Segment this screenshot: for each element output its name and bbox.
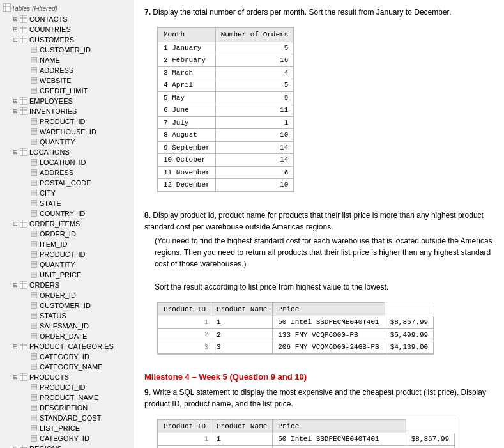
sidebar-col-standard-cost[interactable]: STANDARD_COST <box>0 413 134 423</box>
sidebar-item-countries[interactable]: ⊞ COUNTRIES <box>0 24 134 35</box>
svg-rect-52 <box>31 231 37 237</box>
table-row: 1 January5 <box>158 42 294 54</box>
sidebar-col-item-id[interactable]: ITEM_ID <box>0 239 134 249</box>
svg-rect-41 <box>31 180 37 186</box>
q8-th-prod-name: Product Name <box>211 302 273 316</box>
sidebar-col-loc-address[interactable]: ADDRESS <box>0 167 134 178</box>
regions-label: REGIONS <box>29 445 62 448</box>
svg-rect-16 <box>31 67 37 73</box>
svg-rect-91 <box>31 415 37 421</box>
svg-rect-34 <box>20 148 27 156</box>
sidebar-col-order-date[interactable]: ORDER_DATE <box>0 331 134 341</box>
sidebar-col-inv-product-id[interactable]: PRODUCT_ID <box>0 116 134 127</box>
sidebar-col-prod-product-id[interactable]: PRODUCT_ID <box>0 382 134 392</box>
sidebar-item-contacts[interactable]: ⊞ CONTACTS <box>0 14 134 24</box>
svg-rect-65 <box>31 292 37 298</box>
sidebar-item-products[interactable]: ⊟ PRODUCTS <box>0 372 134 382</box>
sidebar-col-salesman-id[interactable]: SALESMAN_ID <box>0 321 134 331</box>
sidebar-col-unit-price[interactable]: UNIT_PRICE <box>0 270 134 280</box>
q8-number: 8. <box>144 211 151 220</box>
q9-th-prod-name: Product Name <box>211 419 273 433</box>
svg-rect-0 <box>3 4 11 12</box>
sidebar-col-prod-category-id[interactable]: CATEGORY_ID <box>0 433 134 444</box>
q7-th-orders: Number of Orders <box>215 28 294 42</box>
sidebar-col-location-id[interactable]: LOCATION_ID <box>0 157 134 167</box>
sidebar-col-inv-quantity[interactable]: QUANTITY <box>0 137 134 147</box>
q9-th-prod-id: Product ID <box>158 419 211 433</box>
table-icon-order-items <box>19 219 28 228</box>
sidebar-col-category-id[interactable]: CATEGORY_ID <box>0 351 134 362</box>
svg-rect-95 <box>31 435 37 442</box>
sidebar-item-order-items[interactable]: ⊟ ORDER_ITEMS <box>0 219 134 229</box>
sidebar-item-product-categories[interactable]: ⊟ PRODUCT_CATEGORIES <box>0 341 134 351</box>
sidebar-col-inv-warehouse-id[interactable]: WAREHOUSE_ID <box>0 127 134 137</box>
col-inv-product-id-label: PRODUCT_ID <box>40 118 86 125</box>
table-icon-product-categories <box>19 342 28 351</box>
expand-icon-product-categories: ⊟ <box>11 343 19 350</box>
order-items-label: ORDER_ITEMS <box>29 220 80 228</box>
table-icon-employees <box>19 97 28 105</box>
sidebar-item-inventories[interactable]: ⊟ INVENTORIES <box>0 106 134 116</box>
sidebar-col-category-name[interactable]: CATEGORY_NAME <box>0 362 134 372</box>
employees-label: EMPLOYEES <box>29 97 73 105</box>
orders-label: ORDERS <box>29 281 59 289</box>
svg-rect-28 <box>31 118 37 125</box>
sidebar: Tables (Filtered) ⊞ CONTACTS ⊞ COUNTRIES… <box>0 0 134 448</box>
table-row: 2294 Western Digital WD2500AVVS$15.55 <box>158 445 455 448</box>
svg-rect-43 <box>31 190 37 196</box>
col-address-cust-label: ADDRESS <box>40 66 73 74</box>
content-area: 7. Display the total number of orders pe… <box>134 0 504 448</box>
sidebar-item-locations[interactable]: ⊟ LOCATIONS <box>0 147 134 157</box>
sidebar-col-description[interactable]: DESCRIPTION <box>0 403 134 413</box>
table-icon-orders <box>19 281 28 290</box>
table-icon-inventories <box>19 107 28 116</box>
sidebar-col-ord-customer-id[interactable]: CUSTOMER_ID <box>0 300 134 311</box>
sidebar-col-credit-limit[interactable]: CREDIT_LIMIT <box>0 86 134 96</box>
q9-text: Write a SQL statement to display the mos… <box>144 388 486 408</box>
expand-icon-countries: ⊞ <box>11 26 19 33</box>
col-icon-address-cust <box>29 66 38 75</box>
col-icon-inv-warehouse-id <box>29 127 38 136</box>
expand-icon-products: ⊟ <box>11 373 19 381</box>
expand-icon-customers: ⊟ <box>11 36 19 43</box>
col-icon-inv-product-id <box>29 117 38 126</box>
sidebar-col-oi-quantity[interactable]: QUANTITY <box>0 259 134 270</box>
svg-rect-32 <box>31 139 37 145</box>
sidebar-col-city[interactable]: CITY <box>0 188 134 198</box>
table-row: 2 February16 <box>158 54 294 67</box>
sidebar-header-label: Tables (Filtered) <box>11 5 57 12</box>
sidebar-col-ord-order-id[interactable]: ORDER_ID <box>0 290 134 300</box>
sidebar-col-status[interactable]: STATUS <box>0 311 134 321</box>
sidebar-col-address-cust[interactable]: ADDRESS <box>0 65 134 75</box>
table-row: 9 September14 <box>158 141 294 154</box>
sidebar-col-list-price[interactable]: LIST_PRICE <box>0 423 134 433</box>
countries-label: COUNTRIES <box>29 26 71 33</box>
table-row: 11 November6 <box>158 166 294 179</box>
sidebar-item-employees[interactable]: ⊞ EMPLOYEES <box>0 96 134 106</box>
sidebar-item-customers[interactable]: ⊟ CUSTOMERS <box>0 35 134 45</box>
col-icon-city <box>29 189 38 197</box>
expand-icon-inventories: ⊟ <box>11 107 19 115</box>
sidebar-col-name[interactable]: NAME <box>0 55 134 65</box>
table-row: 8 August10 <box>158 129 294 142</box>
locations-label: LOCATIONS <box>29 148 70 156</box>
sidebar-col-country-id[interactable]: COUNTRY_ID <box>0 208 134 219</box>
sidebar-item-orders[interactable]: ⊟ ORDERS <box>0 280 134 290</box>
sidebar-col-state[interactable]: STATE <box>0 198 134 208</box>
sidebar-col-oi-order-id[interactable]: ORDER_ID <box>0 229 134 239</box>
table-row: 3 March4 <box>158 66 294 79</box>
inventories-label: INVENTORIES <box>29 107 77 115</box>
sidebar-item-regions[interactable]: ⊞ REGIONS <box>0 444 134 448</box>
milestone-header: Milestone 4 – Week 5 (Question 9 and 10) <box>144 372 494 382</box>
q8-table: Product ID Product Name Price 1150 Intel… <box>157 302 434 355</box>
sidebar-col-website[interactable]: WEBSITE <box>0 75 134 86</box>
sidebar-col-postal-code[interactable]: POSTAL_CODE <box>0 178 134 188</box>
sidebar-col-oi-product-id[interactable]: PRODUCT_ID <box>0 249 134 259</box>
sidebar-col-customer-id[interactable]: CUSTOMER_ID <box>0 45 134 55</box>
table-icon-countries <box>19 25 28 34</box>
sidebar-col-product-name[interactable]: PRODUCT_NAME <box>0 392 134 403</box>
svg-rect-73 <box>31 333 37 339</box>
svg-rect-3 <box>20 15 27 23</box>
svg-rect-47 <box>31 210 37 217</box>
svg-rect-85 <box>31 384 37 390</box>
